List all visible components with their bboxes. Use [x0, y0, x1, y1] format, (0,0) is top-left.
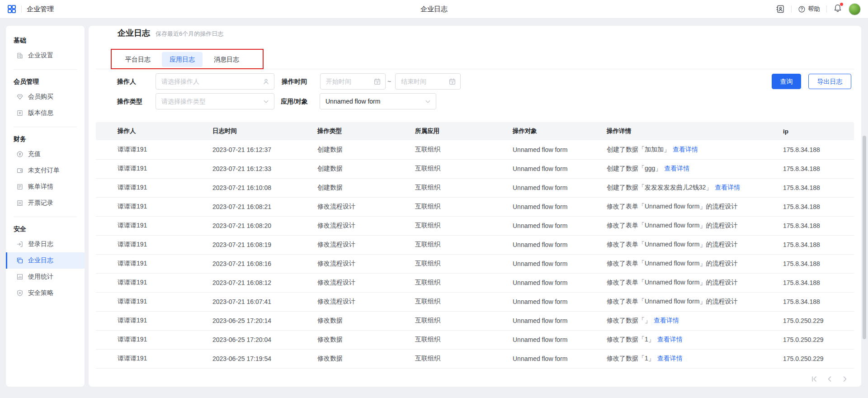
detail-text: 创建了数据「加加加」 [607, 146, 670, 153]
sidebar-item-login-logs[interactable]: 登录日志 [6, 236, 85, 252]
type-select-input[interactable] [156, 94, 274, 109]
shield-plus-icon [16, 289, 24, 297]
detail-text: 修改了数据「」 [607, 317, 651, 324]
cell-object: Unnamed flow form [505, 273, 599, 292]
cell-type: 创建数据 [310, 178, 408, 197]
sidebar-item-label: 安全策略 [28, 289, 53, 297]
coin-icon [16, 151, 24, 158]
next-page-icon[interactable] [840, 374, 849, 384]
table-row: 谭谭谭1912023-06-25 17:20:14修改数据互联组织Unnamed… [96, 311, 854, 330]
type-select[interactable] [156, 93, 274, 109]
time-separator: ~ [387, 73, 391, 90]
cell-ip: 175.8.34.188 [776, 159, 854, 178]
first-page-icon[interactable] [810, 374, 819, 384]
tab-platform-logs[interactable]: 平台日志 [118, 52, 158, 67]
prev-page-icon[interactable] [825, 374, 834, 384]
cell-operator: 谭谭谭191 [96, 197, 205, 216]
cell-operator: 谭谭谭191 [96, 216, 205, 235]
help-button[interactable]: 帮助 [798, 5, 820, 13]
help-icon [798, 5, 806, 13]
cell-operator: 谭谭谭191 [96, 254, 205, 273]
topbar: 企业日志 企业管理 帮助 [0, 0, 868, 19]
sidebar-item-label: 未支付订单 [28, 166, 60, 175]
table-row: 谭谭谭1912023-07-21 16:12:33创建数据互联组织Unnamed… [96, 159, 854, 178]
detail-text: 修改了数据「1」 [607, 355, 655, 362]
contact-book-icon[interactable] [776, 5, 785, 14]
detail-text: 修改了表单「Unnamed flow form」的流程设计 [607, 203, 737, 210]
sidebar-item-label: 开票记录 [28, 199, 53, 207]
invoice-icon [16, 199, 24, 207]
col-log-time: 日志时间 [205, 122, 310, 140]
cell-type: 修改流程设计 [310, 254, 408, 273]
sidebar-section-membership: 会员管理 [6, 78, 85, 89]
cell-detail: 修改了表单「Unnamed flow form」的流程设计 [599, 235, 776, 254]
query-button[interactable]: 查询 [772, 74, 801, 89]
cell-app: 互联组织 [408, 216, 505, 235]
detail-text: 修改了表单「Unnamed flow form」的流程设计 [607, 298, 737, 305]
topbar-divider [826, 5, 827, 13]
sidebar-item-unpaid-orders[interactable]: 未支付订单 [6, 162, 85, 179]
tab-message-logs[interactable]: 消息日志 [206, 52, 247, 67]
sidebar-item-label: 企业设置 [28, 52, 53, 60]
sidebar-item-label: 充值 [28, 150, 41, 158]
cell-object: Unnamed flow form [505, 330, 599, 349]
cell-operator: 谭谭谭191 [96, 330, 205, 349]
sidebar-item-bill-details[interactable]: 账单详情 [6, 179, 85, 195]
table-row: 谭谭谭1912023-06-25 17:20:04修改数据互联组织Unnamed… [96, 330, 854, 349]
cell-time: 2023-06-25 17:19:54 [205, 349, 310, 368]
col-operator: 操作人 [96, 122, 205, 140]
view-details-link[interactable]: 查看详情 [664, 165, 689, 172]
sidebar-item-invoice-records[interactable]: 开票记录 [6, 195, 85, 211]
detail-text: 修改了数据「1」 [607, 336, 655, 343]
cell-time: 2023-06-25 17:20:04 [205, 330, 310, 349]
cell-ip: 175.8.34.188 [776, 235, 854, 254]
page-title: 企业日志 [118, 28, 150, 38]
table-row: 谭谭谭1912023-07-21 16:10:08创建数据互联组织Unnamed… [96, 178, 854, 197]
view-details-link[interactable]: 查看详情 [654, 317, 679, 324]
cell-app: 互联组织 [408, 292, 505, 311]
notifications-button[interactable] [833, 4, 842, 14]
sidebar-divider [14, 217, 77, 217]
end-time-input[interactable] [396, 74, 460, 89]
sidebar-item-enterprise-settings[interactable]: 企业设置 [6, 47, 85, 64]
target-select[interactable]: Unnamed flow form [320, 93, 436, 109]
sidebar-item-version-info[interactable]: 版本信息 [6, 105, 85, 121]
window-scrollbar[interactable] [863, 136, 866, 339]
cell-app: 互联组织 [408, 197, 505, 216]
start-time-input-wrap [320, 73, 386, 90]
tab-application-logs[interactable]: 应用日志 [162, 52, 203, 67]
sidebar-item-label: 账单详情 [28, 183, 53, 191]
view-details-link[interactable]: 查看详情 [715, 184, 740, 191]
sidebar-item-security-policy[interactable]: 安全策略 [6, 285, 85, 301]
cell-detail: 修改了表单「Unnamed flow form」的流程设计 [599, 273, 776, 292]
table-row: 谭谭谭1912023-06-25 17:19:54修改数据互联组织Unnamed… [96, 349, 854, 368]
table-row: 谭谭谭1912023-07-21 16:08:19修改流程设计互联组织Unnam… [96, 235, 854, 254]
sidebar-item-recharge[interactable]: 充值 [6, 146, 85, 162]
cell-operator: 谭谭谭191 [96, 273, 205, 292]
cell-operator: 谭谭谭191 [96, 140, 205, 159]
col-operation-detail: 操作详情 [599, 122, 776, 140]
sidebar-item-usage-statistics[interactable]: 使用统计 [6, 269, 85, 285]
col-ip: ip [776, 122, 854, 140]
log-table-body: 谭谭谭1912023-07-21 16:12:37创建数据互联组织Unnamed… [96, 140, 854, 368]
view-details-link[interactable]: 查看详情 [657, 355, 683, 362]
cell-type: 修改流程设计 [310, 216, 408, 235]
col-operation-object: 操作对象 [505, 122, 599, 140]
cell-detail: 修改了数据「1」查看详情 [599, 330, 776, 349]
end-time-input-wrap [395, 73, 461, 90]
operator-input[interactable] [156, 74, 274, 89]
app-grid-icon[interactable] [7, 5, 16, 14]
sidebar-item-member-purchase[interactable]: 会员购买 [6, 89, 85, 105]
cell-app: 互联组织 [408, 235, 505, 254]
cell-app: 互联组织 [408, 178, 505, 197]
cell-time: 2023-07-21 16:08:16 [205, 254, 310, 273]
view-details-link[interactable]: 查看详情 [657, 336, 683, 343]
avatar[interactable] [849, 3, 861, 15]
sidebar-item-enterprise-logs[interactable]: 企业日志 [6, 252, 85, 269]
view-details-link[interactable]: 查看详情 [673, 146, 698, 153]
table-header-row: 操作人 日志时间 操作类型 所属应用 操作对象 操作详情 ip [96, 122, 854, 140]
col-app: 所属应用 [408, 122, 505, 140]
start-time-input[interactable] [321, 74, 385, 89]
main-panel: 企业日志 保存最近6个月的操作日志 平台日志 应用日志 消息日志 操作人 操作时… [89, 26, 861, 387]
export-logs-button[interactable]: 导出日志 [808, 74, 851, 89]
